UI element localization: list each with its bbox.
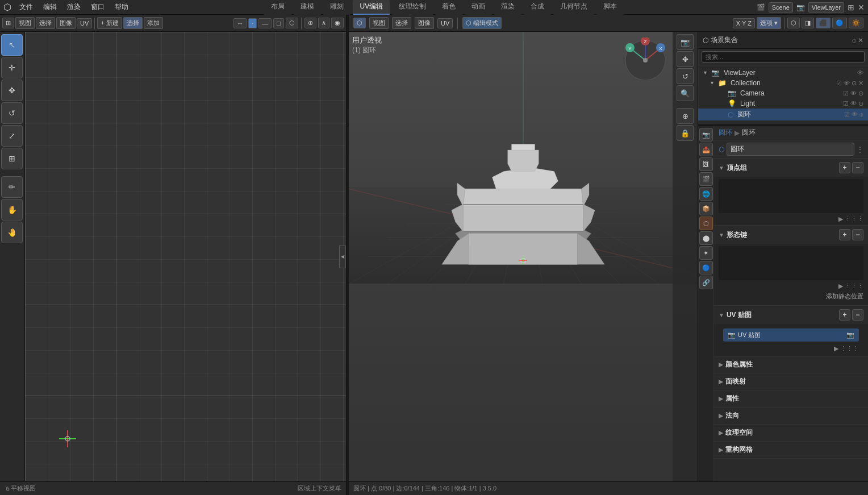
section-remesh-header[interactable]: ▶ 重构网格 [714,442,868,458]
uv-tool-cursor[interactable]: ✛ [1,57,23,78]
vp-uv-menu[interactable]: UV [437,18,453,28]
shape-keys-add[interactable]: + [839,229,850,240]
tab-compositing[interactable]: 合成 [524,0,551,15]
outliner-light[interactable]: 💡 Light ☑ 👁 ⊙ [698,98,868,109]
collection-eye-icon[interactable]: 👁 [844,80,850,87]
uv-map-camera-icon[interactable]: 📷 [846,331,854,339]
tab-shading[interactable]: 着色 [435,0,462,15]
uv-tool-select[interactable]: ↖ [1,34,23,56]
outliner-filter-icon[interactable]: ⌽ [852,36,856,44]
outliner-camera[interactable]: 📷 Camera ☑ 👁 ⊙ [698,88,868,98]
section-face-mapping-header[interactable]: ▶ 面映射 [714,373,868,390]
props-object-icon[interactable]: 📦 [699,202,713,215]
outliner-torus[interactable]: ⬡ 圆环 ☑ 👁 ⌽ [698,109,868,120]
uv-tool-pinch[interactable]: 🤚 [1,222,23,243]
tab-sculpt[interactable]: 雕刻 [323,0,350,15]
uv-select-mode-face[interactable]: □ [273,18,284,28]
props-material-icon[interactable]: ⬤ [699,231,713,245]
shape-keys-dots[interactable]: ⋮⋮⋮ [845,282,863,290]
outliner-search-input[interactable] [702,51,865,63]
outliner-viewlayer[interactable]: ▼ 📷 ViewLayer 👁 [698,68,868,78]
uv-view-btn[interactable]: 视图 [15,17,35,29]
vertex-groups-remove[interactable]: − [852,162,863,173]
menu-edit[interactable]: 编辑 [39,1,61,13]
vp-tool-view-lock[interactable]: 🔒 [677,125,694,141]
outliner-collection[interactable]: ▼ 📁 Collection ☑ 👁 ⊙ ✕ [698,78,868,88]
uv-maps-add[interactable]: + [839,309,850,321]
uv-new-btn[interactable]: + 新建 [97,17,122,29]
vertex-groups-expand[interactable]: ▶ [838,215,843,223]
section-texture-space-header[interactable]: ▶ 纹理空间 [714,425,868,441]
uv-tool-annotate[interactable]: ✏ [1,176,23,198]
uv-pivot-btn[interactable]: ⊕ [304,18,316,28]
scene-selector[interactable]: Scene [769,2,793,13]
uv-tool-move[interactable]: ✥ [1,80,23,101]
uv-maps-expand[interactable]: ▶ [834,345,838,352]
navigation-gizmo[interactable]: X Y Z [623,38,668,83]
vp-mode-selector[interactable]: ⬡ 编辑模式 [462,17,502,29]
uv-image-btn[interactable]: 图像 [56,17,76,29]
props-scene-icon[interactable]: 🎬 [699,172,713,186]
vertex-groups-add[interactable]: + [839,162,850,173]
uv-select-btn[interactable]: 选择 [36,17,55,29]
menu-help[interactable]: 帮助 [110,1,133,13]
vp-view-menu[interactable]: 视图 [369,17,389,29]
tab-geo-nodes[interactable]: 几何节点 [553,0,594,15]
vp-xray-btn[interactable]: ◨ [802,18,814,28]
light-checkbox[interactable]: ☑ [843,100,849,107]
light-eye-icon[interactable]: 👁 [850,100,857,107]
vp-tool-camera[interactable]: 📷 [677,34,694,50]
uv-panel-collapse-top[interactable]: ◀ [339,246,346,268]
tab-scripting[interactable]: 脚本 [596,0,624,15]
tab-modeling[interactable]: 建模 [294,0,321,15]
light-select-icon[interactable]: ⊙ [858,100,863,107]
section-uv-maps-header[interactable]: ▼ UV 贴图 + − [714,306,868,324]
uv-select-mode-vertex[interactable]: · [248,18,257,28]
vp-tool-move[interactable]: ✥ [677,51,694,67]
uv-select-mode-island[interactable]: ⬡ [286,18,298,28]
tab-texture-paint[interactable]: 纹理绘制 [392,0,433,15]
camera-checkbox[interactable]: ☑ [843,90,849,97]
collection-select-icon[interactable]: ⊙ [852,80,857,87]
menu-window[interactable]: 窗口 [86,1,109,13]
section-vertex-groups-header[interactable]: ▼ 顶点组 + − [714,159,868,177]
uv-proportional-btn[interactable]: ◉ [331,18,344,28]
editor-type-btn[interactable]: ⊞ [2,18,14,28]
uv-tool-rotate[interactable]: ↺ [1,102,23,124]
vp-shade-solid[interactable]: ⬛ [816,18,831,28]
object-data-options[interactable]: ⋮ [857,145,863,153]
vp-image-menu[interactable]: 图像 [415,17,434,29]
outliner-options-icon[interactable]: ✕ [858,36,863,44]
vp-editor-type[interactable]: ⬡ [353,18,366,28]
section-shape-keys-header[interactable]: ▼ 形态键 + − [714,226,868,244]
section-normals-header[interactable]: ▶ 法向 [714,407,868,424]
breadcrumb-item1[interactable]: 圆环 [719,128,732,138]
shape-keys-expand[interactable]: ▶ [838,282,843,290]
props-world-icon[interactable]: 🌐 [699,187,713,201]
collection-checkbox[interactable]: ☑ [836,80,842,87]
vp-shade-render[interactable]: 🔆 [849,18,863,28]
props-output-icon[interactable]: 📤 [699,143,713,156]
uv-canvas[interactable]: ◀ [25,32,346,481]
uv-add-btn[interactable]: 添加 [144,17,163,29]
vp-tool-rotate[interactable]: ↺ [677,68,694,84]
props-constraints-icon[interactable]: 🔗 [699,276,713,289]
vp-overlay-btn[interactable]: ⬡ [787,18,800,28]
add-static-pos-btn[interactable]: 添加静态位置 [826,292,863,301]
uv-tool-scale[interactable]: ⤢ [1,125,23,147]
fullscreen-icon[interactable]: ⊞ [848,3,854,12]
uv-select-mode-btn[interactable]: 选择 [123,17,143,29]
uv-tool-grab[interactable]: ✋ [1,199,23,221]
menu-render[interactable]: 渲染 [62,1,85,13]
uv-snap-btn[interactable]: ∧ [318,18,329,28]
viewlayer-eye-icon[interactable]: 👁 [857,69,863,76]
uv-map-item[interactable]: 📷 UV 贴图 📷 [723,328,859,342]
torus-eye-icon[interactable]: 👁 [852,111,858,118]
props-physics-icon[interactable]: 🔵 [699,261,713,274]
props-data-icon[interactable]: ⬡ [699,217,713,230]
vp-xyz-toggle[interactable]: X Y Z [733,18,755,28]
uv-sync-btn[interactable]: ↔ [233,18,247,28]
vp-tool-zoom[interactable]: 🔍 [677,85,694,101]
uv-maps-remove[interactable]: − [852,309,863,321]
close-icon[interactable]: ✕ [858,3,865,12]
